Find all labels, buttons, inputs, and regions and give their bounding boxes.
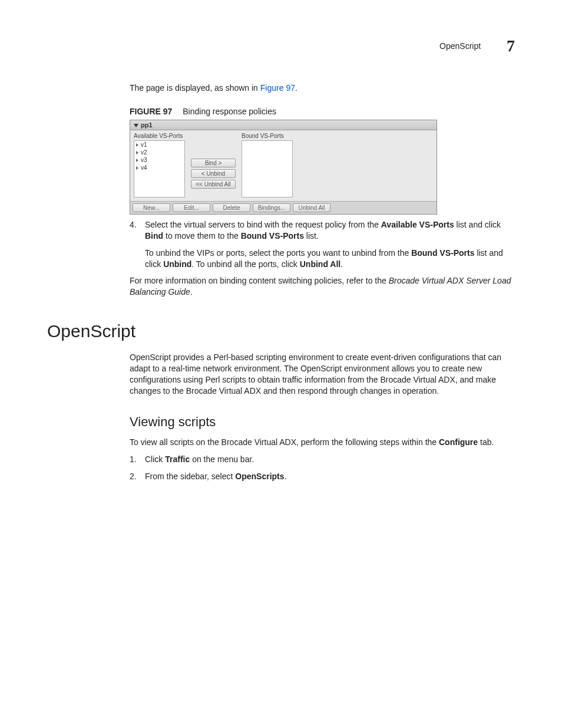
openscript-heading: OpenScript — [47, 321, 515, 341]
header-section-name: OpenScript — [439, 41, 481, 51]
list-item[interactable]: v4 — [134, 164, 184, 172]
step-1: 1. Click Traffic on the menu bar. — [130, 454, 515, 465]
collapse-triangle-icon — [134, 124, 138, 127]
step-text: to move them to the — [163, 231, 241, 241]
step-sub-text: . — [340, 259, 343, 269]
available-vs-ports-label: Available VS-Ports — [134, 133, 185, 139]
list-item[interactable]: v2 — [134, 149, 184, 156]
viewing-intro-pre: To view all scripts on the Brocade Virtu… — [130, 437, 439, 447]
step-bold: Available VS-Ports — [381, 220, 454, 229]
step-bold: Bound VS-Ports — [241, 231, 304, 241]
more-info-text: For more information on binding content … — [130, 276, 389, 285]
panel-title-text: pp1 — [141, 121, 153, 129]
unbind-button[interactable]: < Unbind — [191, 169, 236, 178]
bind-button[interactable]: Bind > — [191, 159, 236, 167]
viewing-intro-post: tab. — [478, 437, 494, 447]
bound-vs-ports-listbox[interactable] — [242, 140, 293, 197]
step-number: 4. — [130, 219, 145, 270]
new-button[interactable]: New... — [133, 203, 170, 212]
step-number: 1. — [130, 454, 145, 465]
step-bold: Traffic — [165, 454, 190, 464]
figure-label: FIGURE 97 — [130, 107, 172, 116]
footer-unbind-all-button[interactable]: Unbind All — [293, 203, 330, 212]
step-text: on the menu bar. — [190, 454, 254, 464]
viewing-intro-bold: Configure — [439, 437, 478, 447]
step-bold: Bind — [145, 231, 163, 241]
figure-xref-link[interactable]: Figure 97 — [260, 83, 295, 93]
more-info-paragraph: For more information on binding content … — [130, 275, 515, 298]
intro-text-post: . — [295, 83, 297, 93]
figure-title: Binding response policies — [183, 107, 276, 116]
intro-text-pre: The page is displayed, as shown in — [130, 83, 260, 93]
figure-ui-panel: pp1 Available VS-Ports v1 v2 v3 v4 Bind … — [130, 120, 437, 215]
list-item[interactable]: v3 — [134, 156, 184, 164]
step-text: list and click — [454, 220, 501, 229]
figure-caption: FIGURE 97 Binding response policies — [130, 107, 515, 116]
step-number: 2. — [130, 471, 145, 482]
step-sub-bold: Bound VS-Ports — [411, 248, 474, 258]
intro-line: The page is displayed, as shown in Figur… — [130, 83, 515, 94]
viewing-intro: To view all scripts on the Brocade Virtu… — [130, 437, 515, 448]
step-text: Select the virtual servers to bind with … — [145, 220, 381, 229]
step-sub-text: To unbind the VIPs or ports, select the … — [145, 248, 411, 258]
viewing-scripts-heading: Viewing scripts — [130, 414, 515, 430]
unbind-all-button[interactable]: << Unbind All — [191, 180, 236, 189]
running-header: OpenScript 7 — [439, 37, 515, 55]
step-4: 4. Select the virtual servers to bind wi… — [130, 219, 515, 270]
more-info-text: . — [190, 287, 193, 297]
header-chapter-number: 7 — [507, 37, 515, 55]
delete-button[interactable]: Delete — [213, 203, 250, 212]
step-2: 2. From the sidebar, select OpenScripts. — [130, 471, 515, 482]
bound-vs-ports-label: Bound VS-Ports — [242, 133, 293, 139]
list-item[interactable]: v1 — [134, 141, 184, 149]
step-text: . — [285, 472, 287, 481]
step-text: From the sidebar, select — [145, 472, 235, 481]
step-sub-bold: Unbind All — [300, 259, 340, 269]
step-text: list. — [304, 231, 319, 241]
panel-titlebar[interactable]: pp1 — [130, 120, 437, 130]
step-sub-bold: Unbind — [163, 259, 191, 269]
step-sub-text: . To unbind all the ports, click — [191, 259, 299, 269]
step-bold: OpenScripts — [235, 472, 284, 481]
bindings-button[interactable]: Bindings... — [253, 203, 290, 212]
step-text: Click — [145, 454, 165, 464]
edit-button[interactable]: Edit... — [173, 203, 210, 212]
openscript-description: OpenScript provides a Perl-based scripti… — [130, 352, 515, 397]
available-vs-ports-listbox[interactable]: v1 v2 v3 v4 — [134, 140, 185, 197]
